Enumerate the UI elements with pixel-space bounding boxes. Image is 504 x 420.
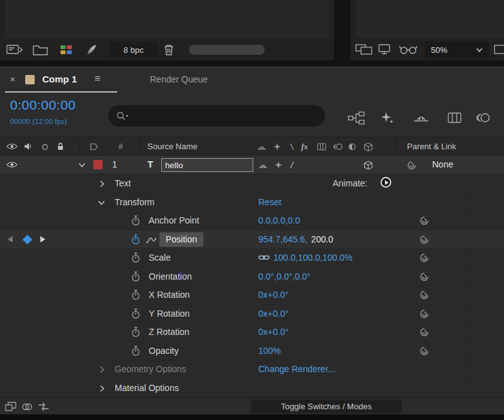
chevron-down-icon[interactable] — [98, 200, 105, 205]
previous-keyframe-icon[interactable] — [8, 236, 13, 242]
group-label-text[interactable]: Text — [115, 178, 131, 188]
layer-3d-toggle-icon[interactable] — [364, 161, 373, 170]
property-value[interactable]: 0x+0.0° — [258, 309, 289, 319]
interpret-footage-icon[interactable] — [6, 44, 23, 55]
pick-whip-icon[interactable] — [420, 309, 429, 319]
stopwatch-icon[interactable] — [131, 346, 140, 356]
column-source-name[interactable]: Source Name — [147, 142, 197, 151]
property-label[interactable]: Y Rotation — [149, 309, 190, 319]
layer-collapse-toggle-icon[interactable] — [275, 161, 282, 169]
stopwatch-icon[interactable] — [131, 253, 140, 263]
layer-row[interactable]: 1 T None — [0, 156, 504, 174]
current-timecode[interactable]: 0:00:00:00 — [10, 98, 76, 113]
pick-whip-icon[interactable] — [420, 253, 429, 263]
group-row-geometry-options[interactable]: Geometry Options Change Renderer... — [0, 360, 504, 379]
property-value[interactable]: 100.0,100.0,100.0% — [273, 253, 352, 263]
label-color-icon[interactable] — [89, 143, 98, 150]
tab-comp[interactable]: Comp 1 — [42, 74, 77, 84]
color-depth-button[interactable]: 8 bpc — [110, 42, 158, 57]
layer-label-color[interactable] — [93, 160, 103, 169]
property-label-selected[interactable]: Position — [159, 232, 203, 247]
transform-reset-link[interactable]: Reset — [258, 197, 282, 207]
multi-view-icon[interactable] — [355, 44, 373, 55]
search-input[interactable] — [136, 108, 319, 124]
chevron-right-icon[interactable] — [100, 366, 105, 373]
graph-editor-set-icon[interactable] — [146, 236, 156, 244]
next-keyframe-icon[interactable] — [40, 236, 45, 242]
hide-shy-layers-icon[interactable] — [413, 113, 429, 123]
stopwatch-icon[interactable] — [131, 309, 140, 319]
delete-trash-icon[interactable] — [163, 43, 175, 56]
property-row-opacity[interactable]: Opacity 100% — [0, 342, 504, 361]
property-value[interactable]: 0.0°,0.0°,0.0° — [258, 271, 311, 281]
close-tab-icon[interactable]: × — [10, 74, 15, 84]
tab-render-queue[interactable]: Render Queue — [150, 74, 208, 84]
property-label[interactable]: Scale — [149, 253, 171, 263]
stopwatch-icon[interactable] — [131, 290, 140, 300]
expand-layer-switches-icon[interactable] — [5, 402, 16, 412]
property-value[interactable]: 0x+0.0° — [258, 290, 289, 300]
property-value[interactable]: 0x+0.0° — [258, 327, 289, 337]
mini-flowchart-icon[interactable] — [348, 111, 365, 125]
pick-whip-icon[interactable] — [420, 346, 429, 356]
group-label-transform[interactable]: Transform — [115, 197, 154, 207]
pick-whip-icon[interactable] — [420, 216, 429, 225]
layer-video-eye-icon[interactable] — [6, 161, 18, 168]
property-label[interactable]: X Rotation — [149, 290, 190, 300]
pick-whip-icon[interactable] — [420, 272, 429, 281]
group-label-material[interactable]: Material Options — [115, 383, 179, 393]
stopwatch-icon[interactable] — [131, 215, 140, 226]
property-label[interactable]: Anchor Point — [149, 215, 199, 225]
color-settings-icon[interactable] — [59, 44, 73, 55]
layer-expand-chevron-icon[interactable] — [78, 162, 86, 167]
property-value[interactable]: 0.0,0.0,0.0 — [258, 215, 300, 225]
pick-whip-icon[interactable] — [420, 290, 429, 300]
chevron-right-icon[interactable] — [100, 180, 105, 188]
lock-icon[interactable] — [57, 142, 64, 151]
stopwatch-icon[interactable] — [131, 271, 140, 282]
property-row-y-rotation[interactable]: Y Rotation 0x+0.0° — [0, 305, 504, 324]
layer-shy-toggle-icon[interactable] — [258, 162, 268, 169]
solo-icon[interactable] — [42, 144, 49, 150]
display-icon[interactable] — [378, 43, 391, 55]
new-folder-icon[interactable] — [33, 44, 48, 55]
parent-pick-whip-icon[interactable] — [407, 161, 416, 170]
property-row-x-rotation[interactable]: X Rotation 0x+0.0° — [0, 286, 504, 305]
property-row-position[interactable]: Position 954.7,645.6,200.0 — [0, 230, 504, 249]
property-value[interactable]: 954.7,645.6,200.0 — [258, 234, 333, 244]
property-row-orientation[interactable]: Orientation 0.0°,0.0°,0.0° — [0, 268, 504, 287]
layer-name-input[interactable] — [161, 158, 253, 172]
quill-icon[interactable] — [86, 43, 98, 56]
pick-whip-icon[interactable] — [420, 235, 429, 244]
property-label[interactable]: Z Rotation — [149, 327, 190, 337]
group-row-text[interactable]: Text Animate: — [0, 174, 504, 193]
zoom-select[interactable]: 50% — [425, 42, 489, 58]
property-label[interactable]: Opacity — [149, 346, 178, 356]
property-row-anchor-point[interactable]: Anchor Point 0.0,0.0,0.0 — [0, 212, 504, 230]
property-row-z-rotation[interactable]: Z Rotation 0x+0.0° — [0, 323, 504, 342]
timeline-search-box[interactable] — [108, 105, 325, 127]
expand-transfer-controls-icon[interactable] — [21, 402, 33, 411]
expand-in-out-panes-icon[interactable] — [38, 402, 49, 411]
audio-speaker-icon[interactable] — [24, 142, 32, 150]
constrain-link-icon[interactable] — [258, 254, 270, 261]
animate-menu-icon[interactable] — [381, 177, 391, 188]
video-eye-icon[interactable] — [6, 143, 18, 150]
panel-menu-icon[interactable]: ≡ — [94, 73, 100, 84]
toggle-switches-modes-button[interactable]: Toggle Switches / Modes — [251, 400, 402, 413]
frame-blending-icon[interactable] — [447, 112, 462, 123]
motion-blur-icon[interactable] — [475, 112, 491, 123]
stopwatch-icon[interactable] — [131, 327, 140, 338]
stopwatch-active-icon[interactable] — [131, 234, 140, 245]
property-value[interactable]: 100% — [258, 346, 281, 356]
position-z-value[interactable]: 200.0 — [311, 234, 333, 244]
column-parent-link[interactable]: Parent & Link — [407, 142, 456, 151]
property-row-scale[interactable]: Scale 100.0,100.0,100.0% — [0, 249, 504, 268]
position-xy-value[interactable]: 954.7,645.6, — [258, 234, 307, 244]
change-renderer-link[interactable]: Change Renderer... — [258, 364, 335, 374]
keyframe-diamond-icon[interactable] — [23, 234, 33, 244]
parent-select[interactable]: None — [432, 159, 453, 169]
group-row-material-options[interactable]: Material Options — [0, 379, 504, 398]
chevron-right-icon[interactable] — [100, 385, 105, 392]
group-row-transform[interactable]: Transform Reset — [0, 193, 504, 212]
